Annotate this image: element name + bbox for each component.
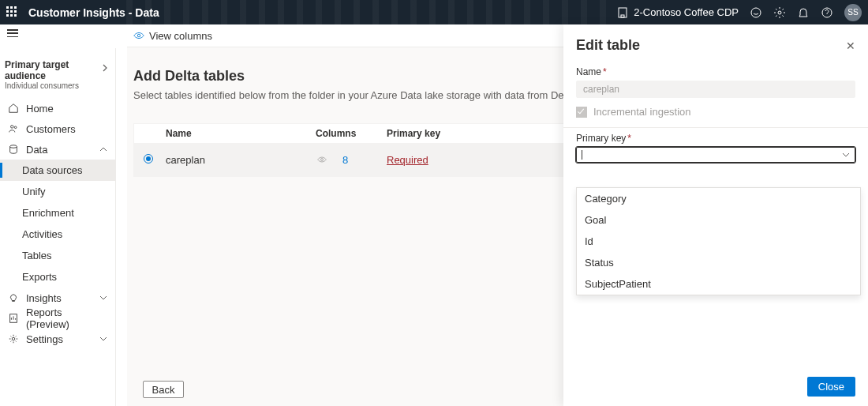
- audience-label: Primary target audience: [5, 59, 107, 81]
- text-caret: [582, 150, 582, 160]
- nav-data-sources-label: Data sources: [22, 164, 83, 176]
- nav-tables-label: Tables: [22, 250, 52, 261]
- svg-point-6: [11, 126, 14, 129]
- nav-home-label: Home: [26, 103, 54, 115]
- col-columns: Columns: [316, 128, 387, 139]
- hamburger-icon: [7, 29, 18, 37]
- audience-value: Individual consumers: [5, 81, 107, 90]
- eye-icon: [133, 30, 144, 41]
- nav-settings-label: Settings: [26, 333, 63, 345]
- nav-exports-label: Exports: [22, 271, 57, 283]
- svg-point-2: [751, 8, 761, 17]
- report-icon: [8, 313, 19, 324]
- option-id[interactable]: Id: [577, 231, 860, 252]
- user-avatar[interactable]: SS: [844, 4, 862, 21]
- app-launcher-icon[interactable]: [6, 6, 19, 19]
- col-name: Name: [166, 128, 316, 139]
- option-subjectpatient[interactable]: SubjectPatient: [577, 273, 860, 295]
- nav-reports[interactable]: Reports (Preview): [0, 308, 115, 329]
- eye-icon[interactable]: [316, 155, 328, 164]
- nav-settings[interactable]: Settings: [0, 329, 115, 349]
- nav-insights[interactable]: Insights: [0, 288, 115, 308]
- nav-home[interactable]: Home: [0, 98, 115, 118]
- lightbulb-icon: [8, 292, 19, 303]
- chevron-down-icon: [99, 335, 107, 343]
- incremental-ingestion-row: Incremental ingestion: [563, 98, 868, 128]
- svg-rect-0: [619, 8, 627, 17]
- building-icon: [616, 6, 629, 19]
- row-radio[interactable]: [144, 154, 153, 164]
- close-button[interactable]: Close: [807, 377, 855, 397]
- nav-activities[interactable]: Activities: [0, 224, 115, 245]
- nav-data-label: Data: [26, 144, 47, 156]
- primary-key-dropdown: Category Goal Id Status SubjectPatient: [576, 187, 861, 295]
- primary-key-label: Primary key*: [563, 128, 868, 147]
- nav-activities-label: Activities: [22, 228, 62, 240]
- col-primary-key: Primary key: [387, 128, 489, 139]
- nav-unify[interactable]: Unify: [0, 181, 115, 202]
- people-icon: [8, 123, 19, 134]
- environment-name: 2-Contoso Coffee CDP: [634, 6, 739, 18]
- chevron-down-icon[interactable]: [842, 151, 850, 159]
- chevron-up-icon: [99, 145, 107, 153]
- edit-table-panel: Edit table ✕ Name* careplan Incremental …: [563, 24, 868, 406]
- nav-customers[interactable]: Customers: [0, 118, 115, 139]
- primary-key-combobox[interactable]: [576, 147, 855, 163]
- database-icon: [8, 144, 19, 155]
- nav-enrichment[interactable]: Enrichment: [0, 202, 115, 224]
- svg-rect-1: [621, 15, 624, 17]
- environment-picker[interactable]: 2-Contoso Coffee CDP: [616, 6, 739, 19]
- nav-data-sources[interactable]: Data sources: [0, 160, 115, 181]
- option-category[interactable]: Category: [577, 188, 860, 209]
- svg-point-11: [321, 159, 324, 161]
- nav-toggle[interactable]: [0, 24, 25, 42]
- row-column-count[interactable]: 8: [342, 154, 348, 166]
- svg-point-5: [137, 34, 140, 37]
- row-name: careplan: [166, 154, 316, 166]
- incremental-checkbox: [576, 107, 587, 118]
- svg-point-3: [778, 11, 781, 14]
- name-field[interactable]: careplan: [576, 81, 855, 98]
- help-icon[interactable]: [821, 6, 833, 19]
- left-nav: Primary target audience Individual consu…: [0, 48, 116, 406]
- back-button[interactable]: Back: [143, 381, 184, 398]
- incremental-label: Incremental ingestion: [593, 106, 691, 118]
- nav-data[interactable]: Data: [0, 139, 115, 160]
- gear-icon: [8, 333, 19, 344]
- top-bar: Customer Insights - Data 2-Contoso Coffe…: [0, 0, 868, 24]
- svg-point-10: [12, 337, 15, 340]
- audience-picker[interactable]: Primary target audience Individual consu…: [0, 48, 115, 98]
- product-title: Customer Insights - Data: [28, 6, 159, 19]
- nav-tables[interactable]: Tables: [0, 245, 115, 266]
- nav-exports[interactable]: Exports: [0, 266, 115, 288]
- chevron-down-icon: [99, 294, 107, 302]
- gear-icon[interactable]: [773, 6, 786, 19]
- chevron-right-icon: [101, 64, 109, 72]
- bell-icon[interactable]: [797, 6, 810, 19]
- option-goal[interactable]: Goal: [577, 209, 860, 231]
- nav-insights-label: Insights: [26, 292, 62, 304]
- name-field-label: Name*: [563, 62, 868, 81]
- home-icon: [8, 103, 19, 114]
- row-primary-key-link[interactable]: Required: [387, 154, 489, 166]
- nav-reports-label: Reports (Preview): [26, 306, 107, 330]
- close-icon[interactable]: ✕: [846, 39, 855, 52]
- nav-unify-label: Unify: [22, 186, 46, 197]
- panel-title: Edit table: [576, 37, 640, 54]
- nav-customers-label: Customers: [26, 123, 76, 135]
- view-columns-button[interactable]: View columns: [149, 30, 212, 42]
- nav-enrichment-label: Enrichment: [22, 207, 74, 219]
- svg-point-8: [10, 145, 17, 148]
- smile-icon[interactable]: [750, 6, 762, 19]
- option-status[interactable]: Status: [577, 252, 860, 273]
- svg-point-7: [14, 126, 17, 129]
